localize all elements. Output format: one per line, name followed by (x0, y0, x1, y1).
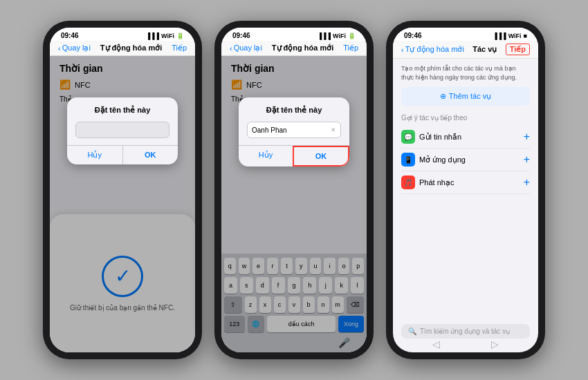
status-icons-1: ▐▐▐ WiFi 🔋 (146, 32, 184, 39)
action-item-2: 🎵 Phát nhạc + (401, 171, 530, 194)
search-bar-bottom[interactable]: 🔍 Tìm kiếm ứng dụng và tác vụ (401, 324, 530, 339)
plus-circle-icon: ⊕ (440, 92, 446, 101)
signal-icon: ▐▐▐ (146, 32, 159, 39)
content-1: Thời gian 📶 NFC Thẻ Đặt tên thẻ này Hủy … (50, 56, 195, 352)
wifi-icon: WiFi (161, 32, 174, 39)
dialog-ok-2[interactable]: OK (293, 146, 349, 167)
nav-title-3: Tác vụ (472, 45, 497, 54)
action-icon-1: 📱 (401, 153, 415, 167)
status-bar-1: 09:46 ▐▐▐ WiFi 🔋 (50, 28, 195, 41)
wifi-icon-3: WiFi (508, 32, 522, 39)
back-label-2: Quay lại (234, 44, 262, 53)
action-item-1: 📱 Mở ứng dụng + (401, 149, 530, 171)
back-label-3: Tự động hóa mới (405, 45, 464, 54)
content-3: Tạo một phím tắt cho các tác vụ mà bạn t… (393, 59, 538, 352)
nav-title-2: Tự động hóa mới (272, 44, 333, 53)
status-bar-2: 09:46 ▐▐▐ WiFi 🔋 (221, 28, 367, 41)
time-3: 09:46 (404, 32, 422, 39)
phone-3-screen: 09:46 ▐▐▐ WiFi ■ ‹ Tự động hóa mới Tác v… (393, 28, 538, 352)
back-button-3[interactable]: ‹ Tự động hóa mới (401, 45, 464, 54)
dialog-ok-1[interactable]: OK (122, 146, 178, 164)
add-action-btn[interactable]: ⊕ Thêm tác vụ (401, 87, 530, 106)
nav-icon-forward[interactable]: ▷ (491, 339, 499, 350)
p3-desc: Tạo một phím tắt cho các tác vụ mà bạn t… (401, 64, 530, 82)
search-icon-bottom: 🔍 (408, 327, 416, 335)
back-button-2[interactable]: ‹ Quay lại (230, 44, 262, 53)
phone-1: 09:46 ▐▐▐ WiFi 🔋 ‹ Quay lại Tự động hóa … (43, 21, 202, 359)
dialog-overlay-2: Đặt tên thẻ này Oanh Phan ✕ Hủy OK (221, 56, 367, 352)
action-label-1: Mở ứng dụng (419, 155, 466, 164)
search-placeholder: Tìm kiếm ứng dụng và tác vụ (420, 327, 510, 335)
dialog-buttons-2: Hủy OK (239, 145, 349, 167)
signal-icon-2: ▐▐▐ (318, 32, 331, 39)
dialog-overlay-1: Đặt tên thẻ này Hủy OK (50, 56, 195, 352)
section-label-3: Gợi ý tác vụ tiếp theo (401, 114, 530, 122)
phone-3: 09:46 ▐▐▐ WiFi ■ ‹ Tự động hóa mới Tác v… (386, 21, 545, 359)
nav-bar-1: ‹ Quay lại Tự động hóa mới Tiếp (50, 41, 195, 56)
battery-icon: 🔋 (176, 32, 184, 39)
status-icons-3: ▐▐▐ WiFi ■ (493, 32, 528, 39)
chevron-left-icon: ‹ (58, 44, 61, 53)
clear-icon-2[interactable]: ✕ (331, 126, 336, 133)
time-1: 09:46 (61, 32, 79, 39)
nav-bar-2: ‹ Quay lại Tự động hóa mới Tiếp (221, 41, 367, 56)
next-button-3[interactable]: Tiếp (506, 44, 530, 55)
phone-2-screen: 09:46 ▐▐▐ WiFi 🔋 ‹ Quay lại Tự động hóa … (221, 28, 367, 352)
chevron-left-icon-3: ‹ (401, 46, 404, 54)
nav-title-1: Tự động hóa mới (100, 44, 162, 53)
back-button-1[interactable]: ‹ Quay lại (58, 44, 91, 53)
battery-icon-2: 🔋 (348, 32, 356, 39)
time-2: 09:46 (232, 32, 250, 39)
chevron-left-icon-2: ‹ (230, 44, 232, 53)
dialog-box-2: Đặt tên thẻ này Oanh Phan ✕ Hủy OK (239, 97, 349, 167)
battery-icon-3: ■ (524, 32, 527, 39)
dialog-title-1: Đặt tên thẻ này (67, 97, 178, 117)
wifi-icon-2: WiFi (333, 32, 346, 39)
action-icon-0: 💬 (401, 130, 415, 144)
next-button-1[interactable]: Tiếp (172, 44, 187, 53)
bottom-nav-3: ◁ ▷ (393, 339, 538, 350)
action-add-0[interactable]: + (524, 131, 530, 143)
dialog-input-1[interactable] (75, 122, 169, 138)
action-icon-2: 🎵 (401, 175, 415, 189)
dialog-title-2: Đặt tên thẻ này (239, 97, 349, 117)
action-item-0: 💬 Gửi tin nhắn + (401, 126, 530, 149)
nav-bar-3: ‹ Tự động hóa mới Tác vụ Tiếp (393, 41, 538, 59)
status-icons-2: ▐▐▐ WiFi 🔋 (318, 32, 356, 39)
nav-icon-back[interactable]: ◁ (432, 339, 440, 350)
phone-2: 09:46 ▐▐▐ WiFi 🔋 ‹ Quay lại Tự động hóa … (214, 21, 374, 359)
next-button-2[interactable]: Tiếp (343, 44, 358, 53)
back-label-1: Quay lại (62, 44, 91, 53)
action-label-2: Phát nhạc (419, 178, 454, 187)
add-action-label: Thêm tác vụ (449, 92, 491, 101)
status-bar-3: 09:46 ▐▐▐ WiFi ■ (393, 28, 538, 41)
dialog-cancel-1[interactable]: Hủy (67, 146, 122, 164)
p3-main: Tạo một phím tắt cho các tác vụ mà bạn t… (393, 59, 538, 200)
action-label-0: Gửi tin nhắn (419, 133, 461, 142)
dialog-cancel-2[interactable]: Hủy (239, 146, 293, 167)
dialog-box-1: Đặt tên thẻ này Hủy OK (67, 97, 178, 164)
action-add-1[interactable]: + (524, 153, 530, 166)
signal-icon-3: ▐▐▐ (493, 32, 506, 39)
dialog-buttons-1: Hủy OK (67, 145, 178, 164)
content-2: Thời gian 📶 NFC Thẻ Đặt tên thẻ này Oanh… (221, 56, 367, 352)
action-add-2[interactable]: + (524, 176, 530, 189)
dialog-input-2[interactable]: Oanh Phan ✕ (247, 122, 341, 138)
phone-1-screen: 09:46 ▐▐▐ WiFi 🔋 ‹ Quay lại Tự động hóa … (50, 28, 195, 352)
